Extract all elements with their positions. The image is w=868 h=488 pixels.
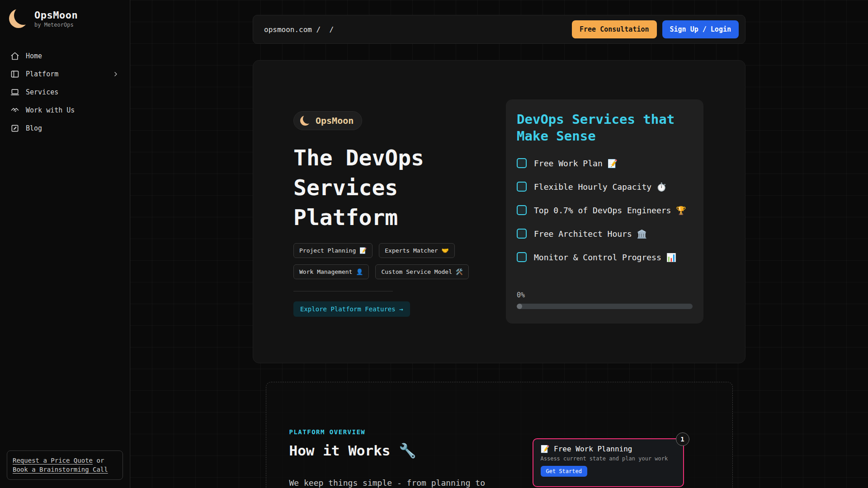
sidebar-nav: Home Platform Services Work with Us	[7, 47, 123, 137]
logo-title: OpsMoon	[34, 9, 78, 21]
platform-icon	[10, 70, 19, 79]
checklist-item: Free Work Plan 📝	[517, 156, 693, 170]
crescent-moon-icon	[300, 116, 310, 126]
checklist-item: Monitor & Control Progress 📊	[517, 250, 693, 264]
opsmoon-logo-icon	[9, 9, 28, 28]
how-it-works-paragraph: We keep things simple - from planning to	[289, 478, 524, 488]
sidebar-cta-box: Request a Price Quote or Book a Brainsto…	[7, 450, 123, 480]
chip-experts-matcher: Experts Matcher 🤝	[379, 243, 454, 258]
checkbox-monitor-control-progress[interactable]	[517, 252, 527, 262]
checkbox-free-work-plan[interactable]	[517, 158, 527, 168]
handshake-icon	[10, 106, 19, 115]
sidebar: OpsMoon by MeteorOps Home Platform Servi…	[0, 0, 130, 488]
breadcrumb: opsmoon.com / /	[264, 25, 334, 34]
checklist-label: Monitor & Control Progress 📊	[534, 253, 676, 262]
sidebar-item-platform[interactable]: Platform	[7, 65, 123, 83]
topbar-actions: Free Consultation Sign Up / Login	[572, 20, 739, 38]
book-brainstorming-call-link[interactable]: Book a Brainstorming Call	[13, 466, 108, 473]
step-number-badge: 1	[676, 432, 689, 446]
chip-project-planning: Project Planning 📝	[293, 243, 373, 258]
services-checklist: Free Work Plan 📝 Flexible Hourly Capacit…	[517, 156, 693, 264]
progress-bar-fill	[517, 304, 522, 309]
checklist-label: Top 0.7% of DevOps Engineers 🏆	[534, 206, 686, 215]
logo: OpsMoon by MeteorOps	[7, 9, 123, 28]
checklist-item: Free Architect Hours 🏛️	[517, 227, 693, 240]
platform-overview-eyebrow: PLATFORM OVERVIEW	[289, 428, 732, 436]
chip-work-management: Work Management 👤	[293, 264, 369, 279]
logo-subtitle: by MeteorOps	[34, 22, 78, 28]
request-price-quote-link[interactable]: Request a Price Quote	[13, 457, 93, 464]
checkbox-flexible-hourly-capacity[interactable]	[517, 182, 527, 192]
free-consultation-button[interactable]: Free Consultation	[572, 20, 657, 38]
hero-left-column: OpsMoon The DevOps Services Platform Pro…	[293, 111, 519, 317]
progress-bar	[517, 304, 693, 309]
feature-chips: Project Planning 📝 Experts Matcher 🤝 Wor…	[293, 243, 510, 279]
checkbox-top-engineers[interactable]	[517, 205, 527, 215]
explore-platform-features-link[interactable]: Explore Platform Features →	[293, 301, 410, 317]
services-card-title: DevOps Services that Make Sense	[517, 111, 693, 145]
checkbox-free-architect-hours[interactable]	[517, 229, 527, 239]
how-it-works-section: PLATFORM OVERVIEW How it Works 🔧 We keep…	[266, 382, 733, 488]
sidebar-item-label: Work with Us	[26, 106, 75, 114]
sidebar-item-label: Blog	[26, 124, 42, 132]
get-started-button[interactable]: Get Started	[541, 466, 587, 477]
checklist-item: Top 0.7% of DevOps Engineers 🏆	[517, 203, 693, 217]
sidebar-item-services[interactable]: Services	[7, 83, 123, 101]
main-content: opsmoon.com / / Free Consultation Sign U…	[130, 0, 868, 488]
sidebar-item-label: Services	[26, 88, 58, 96]
chevron-right-icon	[112, 70, 119, 78]
devops-services-card: DevOps Services that Make Sense Free Wor…	[506, 99, 703, 324]
topbar: opsmoon.com / / Free Consultation Sign U…	[253, 15, 745, 44]
opsmoon-badge: OpsMoon	[293, 111, 362, 130]
laptop-icon	[10, 88, 19, 97]
divider	[293, 291, 393, 291]
checklist-label: Free Work Plan 📝	[534, 159, 618, 168]
step-card-title: 📝 Free Work Planning	[541, 445, 676, 453]
logo-text: OpsMoon by MeteorOps	[34, 9, 78, 28]
checklist-item: Flexible Hourly Capacity ⏱️	[517, 180, 693, 193]
chip-custom-service-model: Custom Service Model 🛠️	[375, 264, 469, 279]
home-icon	[10, 52, 19, 61]
cta-or-text: or	[96, 457, 104, 464]
step-card-free-work-planning: 1 📝 Free Work Planning Assess current st…	[533, 438, 684, 487]
checklist-label: Free Architect Hours 🏛️	[534, 229, 647, 239]
checklist-label: Flexible Hourly Capacity ⏱️	[534, 182, 666, 192]
step-card-subtitle: Assess current state and plan your work	[541, 455, 676, 462]
sidebar-item-home[interactable]: Home	[7, 47, 123, 65]
sidebar-item-label: Home	[26, 52, 42, 60]
progress-label: 0%	[517, 291, 693, 299]
edit-icon	[10, 124, 19, 133]
hero-title: The DevOps Services Platform	[293, 143, 501, 232]
hero-section: OpsMoon The DevOps Services Platform Pro…	[253, 60, 745, 363]
signup-login-button[interactable]: Sign Up / Login	[662, 20, 739, 38]
sidebar-item-work-with-us[interactable]: Work with Us	[7, 101, 123, 119]
progress-block: 0%	[517, 291, 693, 309]
sidebar-item-label: Platform	[26, 70, 58, 78]
sidebar-item-blog[interactable]: Blog	[7, 119, 123, 137]
badge-label: OpsMoon	[316, 115, 354, 126]
